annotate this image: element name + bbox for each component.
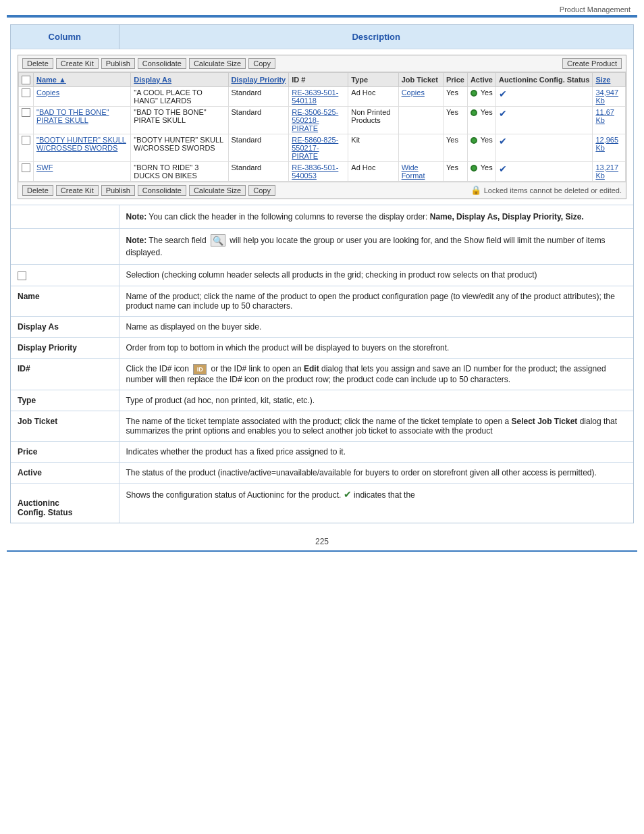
table-row: "BAD TO THE BONE" PIRATE SKULL "BAD TO T…	[19, 106, 626, 134]
page-title: Product Management	[0, 0, 644, 15]
auctioninc-check: ✔	[499, 88, 507, 99]
product-grid: Delete Create Kit Publish Consolidate Ca…	[18, 55, 626, 199]
row-checkbox[interactable]	[22, 88, 30, 97]
job-ticket-link[interactable]: Copies	[402, 88, 425, 97]
grid-row: Delete Create Kit Publish Consolidate Ca…	[11, 49, 633, 205]
active-desc-row: Active The status of the product (inacti…	[11, 462, 633, 483]
grid-col-priority: Display Priority	[228, 73, 289, 87]
display-priority-col-label: Display Priority	[18, 343, 77, 353]
grid-col-job-ticket: Job Ticket	[398, 73, 443, 87]
row-checkbox[interactable]	[22, 163, 30, 172]
price-col-label: Price	[18, 447, 37, 457]
auctioninc-cell: ✔	[495, 161, 592, 181]
display-as-desc-text: Name as displayed on the buyer side.	[126, 322, 262, 332]
publish-button-bottom[interactable]: Publish	[101, 185, 135, 196]
search-icon: 🔍	[211, 234, 225, 246]
grid-col-active: Active	[467, 73, 495, 87]
column-checkbox-example[interactable]	[18, 271, 26, 280]
table-row: Copies "A COOL PLACE TO HANG" LIZARDS St…	[19, 86, 626, 106]
id-link[interactable]: RE-3639-501-540118	[292, 88, 338, 105]
main-content-box: Column Description Delete Create Kit Pub…	[10, 24, 634, 523]
job-ticket-col-label: Job Ticket	[18, 417, 57, 426]
select-all-checkbox[interactable]	[22, 76, 30, 84]
note1-bold: Name, Display As, Display Priority, Size…	[430, 212, 584, 221]
grid-toolbar-bottom: Delete Create Kit Publish Consolidate Ca…	[18, 182, 626, 199]
auctioninc-desc-text: Shows the configuration status of Auctio…	[126, 490, 344, 500]
display-as-sort-link[interactable]: Display As	[134, 76, 171, 84]
calculate-size-button-bottom[interactable]: Calculate Size	[189, 185, 246, 196]
product-name-link[interactable]: SWF	[36, 163, 53, 172]
content-table: Column Description Delete Create Kit Pub…	[11, 25, 633, 523]
display-as-cell: "BOOTY HUNTER" SKULL W/CROSSED SWORDS	[131, 134, 228, 161]
auctioninc-check: ✔	[499, 163, 507, 174]
create-product-button[interactable]: Create Product	[562, 58, 622, 69]
size-link[interactable]: 11.67 Kb	[595, 108, 614, 124]
display-priority-desc-row: Display Priority Order from top to botto…	[11, 337, 633, 358]
header-line	[7, 15, 637, 18]
auctioninc-check: ✔	[499, 136, 507, 147]
copy-button-bottom[interactable]: Copy	[248, 185, 275, 196]
type-cell: Ad Hoc	[348, 86, 398, 106]
id-link[interactable]: RE-3836-501-540053	[292, 163, 338, 180]
job-ticket-link[interactable]: Wide Format	[402, 163, 425, 180]
name-sort-link[interactable]: Name ▲	[36, 76, 66, 84]
delete-button-bottom[interactable]: Delete	[22, 185, 53, 196]
size-sort-link[interactable]: Size	[595, 76, 610, 84]
consolidate-button-bottom[interactable]: Consolidate	[138, 185, 186, 196]
id-icon: ID	[193, 364, 207, 375]
price-cell: Yes	[443, 134, 467, 161]
size-link[interactable]: 34,947 Kb	[595, 88, 618, 105]
id-link[interactable]: RE-5860-825-550217-PIRATE	[292, 136, 338, 160]
product-name-link[interactable]: "BAD TO THE BONE" PIRATE SKULL	[36, 108, 109, 124]
auctioninc-cell: ✔	[495, 86, 592, 106]
product-name-link[interactable]: "BOOTY HUNTER" SKULL W/CROSSED SWORDS	[36, 136, 126, 152]
size-link[interactable]: 12,965 Kb	[595, 136, 618, 152]
auctioninc-cell: ✔	[495, 106, 592, 134]
active-cell: Yes	[467, 161, 495, 181]
delete-button-top[interactable]: Delete	[22, 58, 53, 69]
display-as-col-label: Display As	[18, 322, 59, 332]
product-name-link[interactable]: Copies	[36, 88, 59, 97]
auctioninc-col-label: Auctioninc Config. Status	[18, 498, 72, 517]
calculate-size-button-top[interactable]: Calculate Size	[189, 58, 246, 69]
price-cell: Yes	[443, 106, 467, 134]
id-desc-text: Click the ID# icon	[126, 364, 192, 373]
display-as-cell: "BAD TO THE BONE" PIRATE SKULL	[131, 106, 228, 134]
lock-notice: 🔒 Locked items cannot be deleted or edit…	[471, 185, 622, 195]
auctioninc-checkmark: ✔	[344, 489, 352, 500]
note2-row: Note: The search field 🔍 will help you l…	[11, 228, 633, 265]
description-header: Description	[119, 25, 633, 49]
auctioninc-cell: ✔	[495, 134, 592, 161]
create-kit-button-top[interactable]: Create Kit	[56, 58, 99, 69]
size-link[interactable]: 13,217 Kb	[595, 163, 618, 180]
name-col-label: Name	[18, 292, 40, 301]
row-checkbox[interactable]	[22, 108, 30, 117]
priority-cell: Standard	[228, 86, 289, 106]
grid-col-name: Name ▲	[34, 73, 131, 87]
type-cell: Ad Hoc	[348, 161, 398, 181]
priority-cell: Standard	[228, 106, 289, 134]
checkbox-desc-row: Selection (checking column header select…	[11, 265, 633, 286]
row-checkbox[interactable]	[22, 136, 30, 145]
type-cell: Kit	[348, 134, 398, 161]
price-cell: Yes	[443, 161, 467, 181]
priority-sort-link[interactable]: Display Priority	[232, 76, 286, 84]
display-as-cell: "A COOL PLACE TO HANG" LIZARDS	[131, 86, 228, 106]
grid-col-check	[19, 73, 34, 87]
publish-button-top[interactable]: Publish	[101, 58, 135, 69]
active-cell: Yes	[467, 86, 495, 106]
note1-body: You can click the header in the followin…	[146, 212, 430, 221]
checkbox-desc-text: Selection (checking column header select…	[126, 270, 537, 280]
consolidate-button-top[interactable]: Consolidate	[138, 58, 186, 69]
id-desc-text2: or the ID# link to open an	[209, 364, 304, 373]
active-radio	[471, 109, 477, 116]
display-as-cell: "BORN TO RIDE" 3 DUCKS ON BIKES	[131, 161, 228, 181]
name-desc-row: Name Name of the product; click the name…	[11, 286, 633, 316]
type-desc-text: Type of product (ad hoc, non printed, ki…	[126, 396, 315, 405]
copy-button-top[interactable]: Copy	[248, 58, 275, 69]
active-col-label: Active	[18, 468, 42, 477]
note1-text: Note: You can click the header in the fo…	[126, 211, 627, 223]
create-kit-button-bottom[interactable]: Create Kit	[56, 185, 99, 196]
active-cell: Yes	[467, 134, 495, 161]
id-link[interactable]: RE-3506-525-550218-PIRATE	[292, 108, 338, 132]
